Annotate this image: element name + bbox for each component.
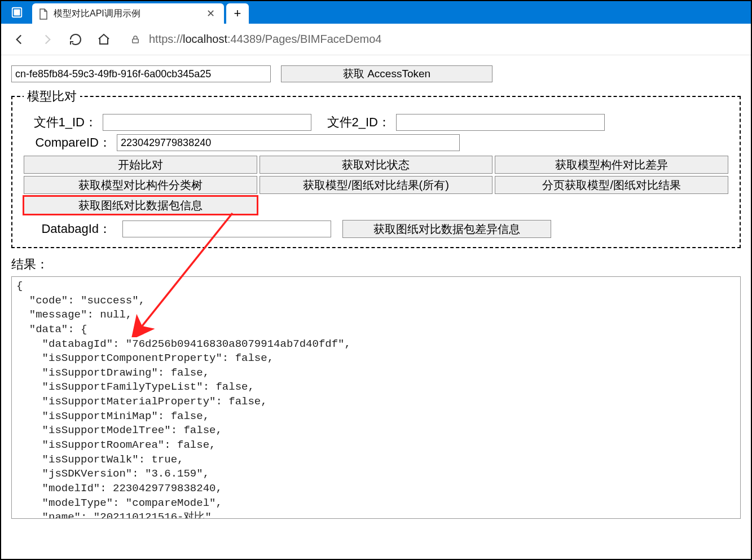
- refresh-button[interactable]: [68, 32, 83, 47]
- get-all-compare-result-button[interactable]: 获取模型/图纸对比结果(所有): [260, 176, 493, 194]
- address-bar[interactable]: https://localhost:44389/Pages/BIMFaceDem…: [124, 33, 741, 46]
- compareid-label: CompareID：: [24, 134, 111, 151]
- file2-input[interactable]: [396, 114, 605, 131]
- access-token-input[interactable]: [11, 65, 271, 82]
- get-access-token-button[interactable]: 获取 AccessToken: [281, 65, 492, 82]
- forward-button[interactable]: [39, 32, 55, 47]
- file2-label: 文件2_ID：: [323, 114, 390, 131]
- window-titlebar: 模型对比API调用示例 ✕ +: [1, 1, 751, 24]
- tab-title: 模型对比API调用示例: [54, 8, 140, 20]
- close-tab-icon[interactable]: ✕: [204, 7, 217, 20]
- compare-fieldset: 模型比对 文件1_ID： 文件2_ID： CompareID： 开始比对 获取对…: [11, 88, 741, 248]
- home-button[interactable]: [96, 32, 112, 47]
- compareid-input[interactable]: [117, 134, 460, 151]
- page-content: 获取 AccessToken 模型比对 文件1_ID： 文件2_ID： Comp…: [1, 55, 751, 529]
- browser-tab[interactable]: 模型对比API调用示例 ✕: [32, 3, 224, 24]
- back-button[interactable]: [11, 32, 27, 47]
- file1-label: 文件1_ID：: [24, 114, 97, 131]
- get-databag-diff-button[interactable]: 获取图纸对比数据包差异信息: [342, 220, 551, 238]
- databagid-input[interactable]: [122, 221, 331, 237]
- app-icon: [1, 1, 32, 24]
- start-compare-button[interactable]: 开始比对: [24, 156, 257, 174]
- browser-toolbar: https://localhost:44389/Pages/BIMFaceDem…: [1, 24, 751, 55]
- svg-rect-2: [133, 39, 139, 43]
- file1-input[interactable]: [103, 114, 311, 131]
- get-compare-status-button[interactable]: 获取对比状态: [260, 156, 493, 174]
- new-tab-button[interactable]: +: [226, 3, 249, 24]
- svg-rect-1: [14, 10, 20, 16]
- result-textarea[interactable]: { "code": "success", "message": null, "d…: [11, 276, 741, 519]
- url-text: https://localhost:44389/Pages/BIMFaceDem…: [149, 33, 381, 46]
- compare-button-grid: 开始比对 获取对比状态 获取模型构件对比差异 获取模型对比构件分类树 获取模型/…: [24, 156, 728, 214]
- page-icon: [39, 8, 48, 19]
- databagid-label: DatabagId：: [24, 221, 111, 237]
- get-component-tree-button[interactable]: 获取模型对比构件分类树: [24, 176, 257, 194]
- get-paged-compare-result-button[interactable]: 分页获取模型/图纸对比结果: [495, 176, 728, 194]
- result-label: 结果：: [11, 256, 741, 273]
- lock-icon: [130, 34, 141, 45]
- get-drawing-databag-info-button[interactable]: 获取图纸对比数据包信息: [24, 196, 257, 214]
- compare-legend: 模型比对: [24, 88, 80, 105]
- get-component-diff-button[interactable]: 获取模型构件对比差异: [495, 156, 728, 174]
